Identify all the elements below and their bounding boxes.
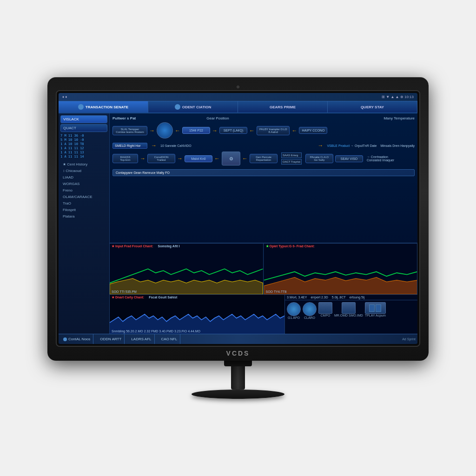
monitor-brand: VCDS — [56, 347, 420, 361]
flow-row-3: RAAISSTop-Enn → ConsIDIONTrailest → Malo… — [112, 152, 415, 165]
orputtnr: → OrputTnR Date — [350, 144, 377, 147]
right-panel: 3.Wort, 3.4EY errpert 2.3D 5.0lj..8CT er… — [285, 295, 417, 334]
icon-claro[interactable] — [303, 302, 317, 316]
device-seav: SEAV VISO — [335, 155, 363, 162]
flow-row-1: SLAL TempperComlee leams Rostem → ← 154¢… — [112, 122, 415, 139]
diagram-title: Pultwer s Pat — [112, 116, 136, 120]
arrow-4: ← — [249, 127, 255, 134]
arrow-r1: → — [140, 155, 145, 162]
tab-label-1: TRANSACTION SENATE — [86, 105, 128, 109]
status-label-2: ODDN ARTT — [100, 337, 121, 341]
readings-row: 3.Wort, 3.4EY errpert 2.3D 5.0lj..8CT er… — [285, 295, 417, 300]
tab-label-2: ODENT CIATION — [182, 105, 212, 109]
device-circle-1 — [157, 122, 173, 139]
icon-label-mromd: MR.OMD SMO.IMD — [334, 314, 363, 317]
icon-g1apo[interactable] — [287, 302, 301, 316]
tab-gears[interactable]: GEARS PRIME — [238, 101, 328, 112]
chart-opiet: ★ Opiet Typun:G 0- Frad Chant: SOO TY4-T… — [264, 244, 418, 294]
sidebar-item-chicaoud[interactable]: ↕ Chicaoud — [60, 168, 107, 174]
btn-vislack[interactable]: VISLACK — [60, 115, 107, 123]
chart2-label: ★ Opiet Typun:G 0- Frad Chant: — [266, 245, 315, 248]
chart1-label: ★ Input Frad Frouel Chant: Somsteg Afit … — [112, 245, 179, 248]
tab-query[interactable]: QUERY STAY — [328, 101, 417, 112]
chart2-bottom: SOO TY4-TT8 — [266, 290, 287, 293]
minsals-label: Minsals Dren Hanpyally — [380, 144, 415, 147]
sidebar-item-freno[interactable]: Freno — [60, 187, 107, 193]
reading-2: errpert 2.3D — [311, 296, 328, 299]
monitor: ♦ ♦ ⊞ ▼ ▲ ▲ ⊕ 10:13 TRANSACTION SENATE O… — [47, 77, 429, 399]
charts-area: ★ Input Frad Frouel Chant: Somsteg Afit … — [110, 243, 417, 294]
tab-label-3: GEARS PRIME — [270, 105, 296, 109]
icon-tplay[interactable] — [365, 302, 386, 314]
icon-mromd[interactable] — [342, 302, 356, 314]
device-percute: Gen PercuteReparitation — [250, 154, 278, 163]
temp-label: Many Temperature — [286, 116, 415, 120]
tab-label-4: QUERY STAY — [361, 105, 384, 109]
icon-label-tplay: TPLAY Acpum — [365, 314, 386, 317]
chart-blue-wave: ★ Dnart Carty Chant: Fscat Gsuit Sahist … — [110, 295, 285, 334]
arrow-2: ← — [175, 127, 180, 134]
icon-group-1: G1.APO — [287, 302, 301, 319]
tab-odent[interactable]: ODENT CIATION — [148, 101, 238, 112]
tab-icon-1 — [78, 104, 84, 110]
device-slal: SLAL TempperComlee leams Rostem — [112, 126, 147, 135]
output-label: VSBLE Product → OrputTnR Date — [327, 144, 377, 147]
smeld-box: SMELD Right Hor — [112, 143, 147, 149]
status-ladrs: LADRS AFL — [128, 334, 154, 344]
device-haipy: HAIPY CCONO — [299, 127, 327, 134]
chart3-label: ★ Dnart Carty Chant: Fscat Gsuit Sahist — [112, 296, 177, 299]
icon-group-2: CLARO — [303, 302, 317, 319]
status-bar-top: ♦ ♦ ⊞ ▼ ▲ ▲ ⊕ 10:13 — [59, 93, 417, 101]
stand-base — [192, 390, 284, 399]
tab-transaction[interactable]: TRANSACTION SENATE — [59, 101, 148, 112]
sidebar-item-trao[interactable]: TraO — [60, 200, 107, 206]
status-contal: ContAL Noos — [60, 334, 93, 344]
arrow-5: ← — [291, 127, 297, 134]
row2-label: SMELD Right Hor — [112, 143, 147, 149]
sidebar-item-filosprit[interactable]: Filosprit — [60, 207, 107, 213]
saas-box: SAAS Erisrg OACT Trayrist — [281, 152, 302, 165]
chart-input-frad: ★ Input Frad Frouel Chant: Somsteg Afit … — [110, 244, 264, 294]
top-nav: TRANSACTION SENATE ODENT CIATION GEARS P… — [59, 101, 417, 113]
icon-label-claro: CLARO — [304, 316, 315, 319]
status-label-3: LADRS AFL — [131, 337, 151, 341]
device-palby: PALBY Inampler O.LD8.Aalnd — [257, 126, 290, 135]
chart1-bottom: SOO TTI 535.PM — [112, 290, 137, 293]
icon-label-cmpo: CMPO — [321, 314, 331, 317]
diagram-area: Pultwer s Pat Gear Position Many Tempera… — [110, 113, 417, 243]
cnrr-label: → CnrrtraationConsiated Imaquer — [367, 155, 394, 162]
arrow-3: → — [212, 127, 218, 134]
screen: ♦ ♦ ⊞ ▼ ▲ ▲ ⊕ 10:13 TRANSACTION SENATE O… — [59, 93, 417, 344]
icon-cmpo[interactable] — [318, 302, 332, 314]
btn-quact[interactable]: QUACT — [60, 124, 107, 132]
status-dot-1 — [63, 337, 67, 341]
sidebar-item-liaad[interactable]: LIAAD — [60, 174, 107, 180]
device-sept2: SEPT (LA¢Q) — [219, 127, 247, 134]
status-left: ♦ ♦ — [62, 95, 67, 99]
webcam — [237, 86, 239, 88]
sidebar-item-worgas[interactable]: WORGAS — [60, 181, 107, 187]
stand-neck — [231, 366, 245, 390]
icon-row-main: G1.APO CLARO CMPO — [285, 300, 417, 321]
arrow-sanrate: → — [317, 142, 323, 149]
device-panatte: PAnatte Ci.A.OGo Salty — [305, 154, 333, 163]
sidebar: VISLACK QUACT 7 M 11 36 -0 5 M 10 10 -0 … — [59, 113, 110, 334]
device-gear: ⚙ — [222, 152, 240, 165]
status-label-4: CAO NFL — [161, 337, 178, 341]
device-cons: ConsIDIONTrailest — [147, 154, 175, 163]
status-oddn: ODDN ARTT — [97, 334, 125, 344]
main-area: Pultwer s Pat Gear Position Many Tempera… — [110, 113, 417, 334]
reading-3: 5.0lj..8CT — [332, 296, 346, 299]
reading-1: 3.Wort, 3.4EY — [287, 296, 307, 299]
arrow-smeld: → — [151, 142, 157, 149]
sidebar-item-olam[interactable]: OLAM/CARAACE — [60, 194, 107, 200]
icon-group-4: MR.OMD SMO.IMD — [334, 302, 363, 319]
device-raaiss: RAAISSTop-Enn — [112, 154, 138, 163]
device-sept: 154¢ P22 — [182, 127, 210, 134]
icon-group-3: CMPO — [318, 302, 332, 319]
sidebar-item-platara[interactable]: Platara — [60, 213, 107, 219]
sidebar-item-cent-history[interactable]: ★ Cent History — [60, 161, 107, 167]
tab-icon-2 — [175, 104, 180, 110]
chart2-svg — [264, 244, 417, 294]
chart3-svg — [110, 295, 284, 334]
